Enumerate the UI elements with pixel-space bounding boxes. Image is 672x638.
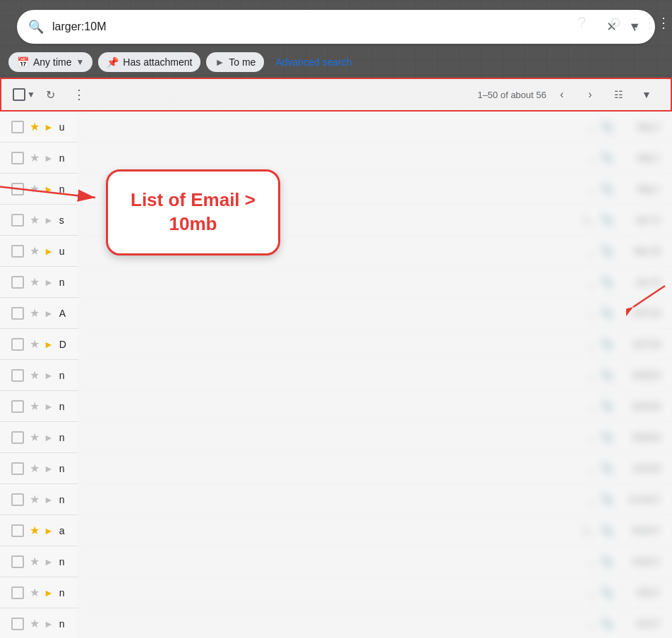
select-all-checkbox-wrap[interactable]: ▼ bbox=[13, 88, 35, 101]
row-checkbox[interactable] bbox=[11, 400, 24, 413]
star-icon[interactable]: ★ bbox=[30, 306, 40, 320]
table-row[interactable]: ★ ► u ... 📎 Mar 30 bbox=[0, 236, 672, 267]
attachment-filter-icon: 📌 bbox=[107, 56, 119, 68]
svg-line-3 bbox=[633, 286, 665, 307]
table-row[interactable]: ★ ► n ... 📎 9/26/18 bbox=[0, 422, 672, 453]
star-icon[interactable]: ★ bbox=[30, 431, 40, 444]
row-checkbox[interactable] bbox=[11, 493, 24, 506]
star-icon[interactable]: ★ bbox=[30, 524, 40, 537]
table-row[interactable]: ★ ► n ... 📎 Jan 24 bbox=[0, 267, 672, 298]
star-icon[interactable]: ★ bbox=[30, 399, 40, 413]
table-row[interactable]: ★ ► n ... 📎 6/16/17 bbox=[0, 546, 672, 577]
attachment-icon: 📎 bbox=[600, 431, 614, 444]
select-dropdown-icon[interactable]: ▼ bbox=[27, 90, 35, 100]
sender-name: a bbox=[59, 525, 172, 536]
row-checkbox[interactable] bbox=[11, 431, 24, 444]
star-icon[interactable]: ★ bbox=[30, 337, 40, 351]
star-icon[interactable]: ★ bbox=[30, 213, 40, 227]
display-settings-button[interactable]: ▼ bbox=[634, 82, 659, 107]
row-checkbox[interactable] bbox=[11, 245, 24, 258]
attachment-icon: 📎 bbox=[600, 493, 614, 506]
row-checkbox[interactable] bbox=[11, 307, 24, 320]
row-checkbox[interactable] bbox=[11, 586, 24, 599]
email-end: i... 📎 6/24/17 bbox=[584, 524, 661, 537]
calendar-icon: 📅 bbox=[17, 56, 29, 68]
sender-name: n bbox=[59, 370, 172, 381]
attachment-icon: 📎 bbox=[600, 182, 614, 195]
any-time-dropdown-icon: ▼ bbox=[76, 57, 84, 67]
row-checkbox[interactable] bbox=[11, 618, 24, 630]
email-end: ... 📎 6/16/17 bbox=[587, 555, 661, 568]
email-end: ... 📎 May 1 bbox=[587, 151, 661, 164]
email-end: ... 📎 11/14/17 bbox=[587, 493, 661, 506]
star-icon[interactable]: ★ bbox=[30, 368, 40, 382]
table-row[interactable]: ★ ► D ... 📎 10/7/19 bbox=[0, 329, 672, 360]
email-dots: ... bbox=[587, 183, 596, 195]
email-date: 11/14/17 bbox=[618, 495, 661, 505]
refresh-button[interactable]: ↻ bbox=[38, 82, 64, 107]
email-date: 6/2/17 bbox=[618, 619, 661, 629]
star-icon[interactable]: ★ bbox=[30, 555, 40, 568]
email-date: May 2 bbox=[618, 122, 661, 132]
star-icon[interactable]: ★ bbox=[30, 586, 40, 599]
important-marker: ► bbox=[44, 370, 54, 381]
prev-page-button[interactable]: ‹ bbox=[549, 82, 575, 107]
has-attachment-filter[interactable]: 📌 Has attachment bbox=[98, 52, 200, 72]
help-button[interactable]: ? bbox=[568, 8, 596, 37]
red-arrow-svg bbox=[0, 127, 106, 212]
email-end: ... 📎 1/22/18 bbox=[587, 462, 661, 475]
row-checkbox[interactable] bbox=[11, 462, 24, 475]
next-page-button[interactable]: › bbox=[577, 82, 603, 107]
table-row[interactable]: ★ ► n ... 📎 6/5/17 bbox=[0, 577, 672, 608]
filter-bar: 📅 Any time ▼ 📌 Has attachment ► To me Ad… bbox=[0, 49, 672, 78]
email-end: ... 📎 8/23/19 bbox=[587, 399, 661, 413]
row-checkbox[interactable] bbox=[11, 214, 24, 227]
important-marker: ► bbox=[44, 618, 54, 630]
row-checkbox[interactable] bbox=[11, 338, 24, 351]
right-arrow-svg bbox=[626, 272, 668, 328]
email-end: ... 📎 6/2/17 bbox=[587, 617, 661, 630]
table-row[interactable]: ★ ► n ... 📎 8/28/19 bbox=[0, 360, 672, 391]
row-checkbox[interactable] bbox=[11, 555, 24, 568]
email-date: 8/28/19 bbox=[618, 371, 661, 380]
apps-button[interactable]: ⋮⋮⋮ bbox=[635, 8, 664, 37]
table-row[interactable]: ★ ► n ... 📎 11/14/17 bbox=[0, 484, 672, 515]
sender-name: n bbox=[59, 587, 172, 598]
row-checkbox[interactable] bbox=[11, 369, 24, 382]
attachment-icon: 📎 bbox=[600, 586, 614, 599]
star-icon[interactable]: ★ bbox=[30, 617, 40, 630]
select-all-checkbox[interactable] bbox=[13, 88, 25, 101]
gmail-interface: 🔍 ✕ ▼ ? ⚙ ⋮⋮⋮ 📅 Any time ▼ 📌 Has attachm… bbox=[0, 0, 672, 638]
star-icon[interactable]: ★ bbox=[30, 493, 40, 506]
email-list-toolbar: ▼ ↻ ⋮ 1–50 of about 56 ‹ › ☷ ▼ bbox=[0, 78, 672, 112]
email-end: ... 📎 10/7/19 bbox=[587, 337, 661, 351]
star-icon[interactable]: ★ bbox=[30, 275, 40, 289]
row-checkbox[interactable] bbox=[11, 524, 24, 537]
email-date: 6/5/17 bbox=[618, 588, 661, 598]
table-row[interactable]: ★ ► n ... 📎 6/2/17 bbox=[0, 608, 672, 638]
svg-line-1 bbox=[0, 183, 95, 198]
advanced-search-link[interactable]: Advanced search bbox=[270, 52, 357, 72]
email-date: May 1 bbox=[618, 153, 661, 163]
density-button[interactable]: ☷ bbox=[606, 82, 631, 107]
attachment-icon: 📎 bbox=[600, 399, 614, 413]
any-time-filter[interactable]: 📅 Any time ▼ bbox=[8, 52, 92, 72]
more-toolbar-button[interactable]: ⋮ bbox=[66, 82, 92, 107]
pagination-label: 1–50 of about 56 bbox=[477, 90, 546, 100]
attachment-icon: 📎 bbox=[600, 555, 614, 568]
search-input[interactable] bbox=[52, 20, 604, 33]
sender-name: n bbox=[59, 463, 172, 474]
table-row[interactable]: ★ ► n ... 📎 1/22/18 bbox=[0, 453, 672, 484]
star-icon[interactable]: ★ bbox=[30, 244, 40, 258]
sender-name: n bbox=[59, 556, 172, 567]
important-marker: ► bbox=[44, 246, 54, 257]
table-row[interactable]: ★ ► A ... 📎 10/7/19 bbox=[0, 298, 672, 329]
star-icon[interactable]: ★ bbox=[30, 462, 40, 475]
to-me-filter[interactable]: ► To me bbox=[206, 52, 264, 72]
table-row[interactable]: ★ ► n ... 📎 8/23/19 bbox=[0, 391, 672, 422]
important-marker: ► bbox=[44, 494, 54, 505]
table-row[interactable]: ★ ► a i... 📎 6/24/17 bbox=[0, 515, 672, 546]
settings-button[interactable]: ⚙ bbox=[601, 8, 630, 37]
row-checkbox[interactable] bbox=[11, 276, 24, 289]
email-dots: ... bbox=[587, 555, 596, 568]
